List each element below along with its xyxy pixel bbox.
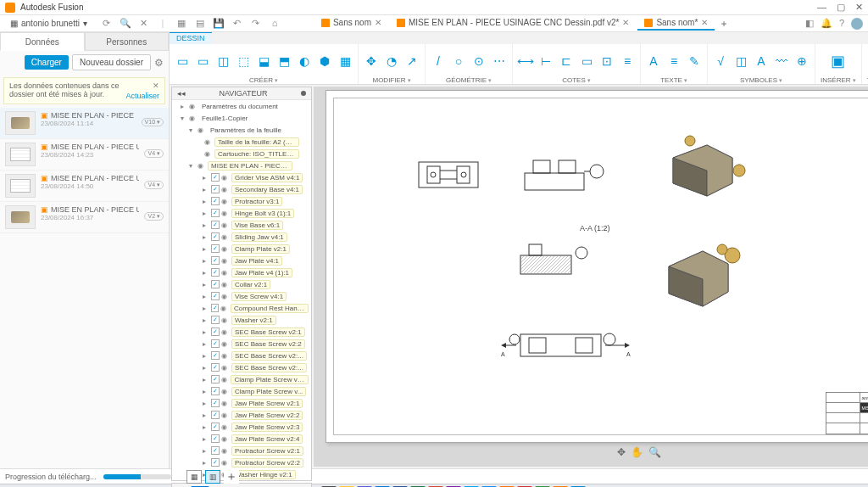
tree-node[interactable]: ▸✓◉Sliding Jaw v4:1 [172, 231, 311, 243]
tree-node[interactable]: ▾◉Paramètres de la feuille [172, 124, 311, 136]
ribbon-tool[interactable]: ◐ [297, 53, 312, 69]
eye-icon[interactable]: ◉ [221, 257, 230, 265]
tree-node[interactable]: ▸✓◉Vise Screw v4:1 [172, 290, 311, 302]
tree-node[interactable]: ▸◉Paramètres du document [172, 100, 311, 112]
eye-icon[interactable]: ◉ [204, 138, 213, 146]
eye-icon[interactable]: ◉ [189, 103, 198, 110]
file-item[interactable]: ▣MISE EN PLAN - PIECE USINAGE CN...23/08… [0, 139, 169, 171]
gear-icon[interactable]: ⚙ [154, 57, 164, 69]
ribbon-tool[interactable]: ⊏ [559, 53, 574, 69]
visibility-checkbox[interactable]: ✓ [211, 197, 220, 205]
add-sheet-button[interactable]: ＋ [224, 470, 239, 484]
tree-node[interactable]: ▸✓◉SEC Base Screw v2:... [172, 350, 311, 361]
expand-icon[interactable]: ▸ [203, 233, 209, 241]
new-folder-button[interactable]: Nouveau dossier [72, 54, 151, 70]
tree-node[interactable]: ▸✓◉Clamp Plate v2:1 [172, 243, 311, 255]
tree-node[interactable]: ▸✓◉Protractor Screw v2:2 [172, 456, 311, 468]
ribbon-tool[interactable]: ⊡ [599, 53, 615, 69]
tree-node[interactable]: ▸✓◉Jaw Plate Screw v2:3 [172, 421, 311, 433]
expand-icon[interactable]: ▸ [203, 186, 209, 193]
undo-icon[interactable]: ↶ [231, 18, 243, 29]
expand-icon[interactable]: ▸ [203, 423, 209, 431]
viewport-front[interactable] [512, 148, 614, 200]
visibility-checkbox[interactable]: ✓ [211, 256, 220, 265]
visibility-checkbox[interactable]: ✓ [211, 434, 220, 443]
eye-icon[interactable]: ◉ [221, 245, 230, 253]
save-icon[interactable]: 💾 [213, 18, 225, 29]
refresh-link[interactable]: Actualiser [125, 92, 159, 100]
eye-icon[interactable]: ◉ [221, 459, 230, 467]
tree-node[interactable]: ▸✓◉Clamp Plate Screw v2:1 [172, 373, 311, 385]
close-tab-icon[interactable]: ✕ [622, 18, 629, 27]
home-icon[interactable]: ⌂ [269, 18, 281, 29]
eye-icon[interactable]: ◉ [221, 411, 230, 419]
ribbon-tool[interactable]: ◫ [215, 53, 231, 69]
browser-collapse-icon[interactable]: ◂◂ [177, 89, 186, 98]
tree-node[interactable]: ▸✓◉SEC Base Screw v2:2 [172, 338, 311, 350]
expand-icon[interactable]: ▾ [189, 162, 196, 170]
file-item[interactable]: ▣MISE EN PLAN - PIECE USINAGE CN...23/08… [0, 202, 169, 233]
eye-icon[interactable]: ◉ [220, 305, 229, 312]
eye-icon[interactable]: ◉ [221, 233, 230, 241]
user-dropdown[interactable]: ▦ antonio brunetti ▾ [5, 17, 92, 30]
tree-node[interactable]: ▸✓◉Jaw Plate Screw v2:2 [172, 409, 311, 421]
ribbon-tool[interactable]: ⟷ [518, 53, 533, 69]
close-tab-icon[interactable]: ✕ [375, 18, 381, 27]
tree-node[interactable]: ▸✓◉SEC Base Screw v2:... [172, 361, 311, 373]
new-tab-button[interactable]: ＋ [720, 18, 728, 30]
ribbon-tool[interactable]: ▭ [195, 53, 210, 69]
eye-icon[interactable]: ◉ [189, 115, 198, 122]
ribbon-tool[interactable]: ◫ [733, 53, 748, 69]
eye-icon[interactable]: ◉ [221, 328, 230, 336]
eye-icon[interactable]: ◉ [221, 221, 230, 229]
ribbon-tool[interactable]: ▦ [337, 53, 353, 69]
expand-icon[interactable]: ▸ [203, 316, 209, 324]
expand-icon[interactable]: ▸ [203, 376, 209, 383]
ribbon-tool[interactable]: ↗ [404, 53, 420, 69]
ribbon-tool[interactable]: ⊕ [794, 53, 810, 69]
ribbon-tool[interactable]: ⬒ [276, 53, 292, 69]
file-item[interactable]: ▣MISE EN PLAN - PIECE USINAGE CN...23/08… [0, 171, 169, 202]
close-window-button[interactable]: ✕ [855, 2, 863, 13]
tree-node[interactable]: ▸✓◉SEC Base Screw v2:1 [172, 326, 311, 338]
ribbon-tool[interactable]: ≡ [620, 53, 635, 69]
tree-node[interactable]: ▸✓◉Compound Rest Handl... [172, 302, 311, 314]
eye-icon[interactable]: ◉ [221, 269, 230, 277]
expand-icon[interactable]: ▸ [203, 364, 209, 372]
eye-icon[interactable]: ◉ [221, 376, 230, 383]
ribbon-tool[interactable]: ✥ [364, 53, 379, 69]
tree-node[interactable]: ▸✓◉Protractor v3:1 [172, 195, 311, 207]
tree-node[interactable]: ◉Taille de la feuille: A2 (594m... [172, 136, 311, 148]
eye-icon[interactable]: ◉ [198, 126, 206, 134]
document-tab[interactable]: MISE EN PLAN - PIECE USINAGE CNC Dessin.… [390, 16, 636, 31]
visibility-checkbox[interactable]: ✓ [211, 399, 220, 407]
expand-icon[interactable]: ▸ [203, 340, 209, 348]
ribbon-tool[interactable]: ≡ [666, 53, 682, 69]
expand-icon[interactable]: ▸ [203, 328, 209, 336]
ribbon-tab-drawing[interactable]: DESSIN [170, 32, 212, 44]
visibility-checkbox[interactable]: ✓ [211, 423, 220, 431]
visibility-checkbox[interactable]: ✓ [211, 387, 220, 395]
ribbon-group-label[interactable]: COTES [562, 76, 591, 84]
tree-node[interactable]: ▸✓◉Vise Base v6:1 [172, 219, 311, 231]
expand-icon[interactable]: ▸ [203, 293, 209, 300]
ribbon-group-label[interactable]: TEXTE [660, 76, 687, 84]
zoom-icon[interactable]: 🔍 [648, 446, 661, 458]
ribbon-tool[interactable]: ○ [451, 53, 466, 69]
expand-icon[interactable]: ▸ [203, 245, 209, 253]
dismiss-icon[interactable]: ✕ [153, 81, 159, 90]
tree-node[interactable]: ◉Cartouche: ISO_TITLEBLOCK [172, 148, 311, 160]
ribbon-tool[interactable]: ▭ [579, 53, 594, 69]
visibility-checkbox[interactable]: ✓ [211, 304, 220, 312]
visibility-checkbox[interactable]: ✓ [211, 268, 220, 277]
ribbon-group-label[interactable]: SYMBOLES [740, 76, 782, 84]
ribbon-group-label[interactable]: MODIFIER [372, 76, 410, 84]
eye-icon[interactable]: ◉ [221, 423, 230, 431]
eye-icon[interactable]: ◉ [221, 447, 230, 455]
eye-icon[interactable]: ◉ [221, 198, 230, 205]
document-tab[interactable]: Sans nom✕ [314, 16, 388, 31]
ribbon-tool[interactable]: ⬚ [236, 53, 251, 69]
ribbon-tool[interactable]: ▣ [827, 50, 849, 72]
tree-node[interactable]: ▸✓◉Jaw Plate Screw v2:4 [172, 433, 311, 445]
expand-icon[interactable]: ▸ [203, 447, 209, 455]
